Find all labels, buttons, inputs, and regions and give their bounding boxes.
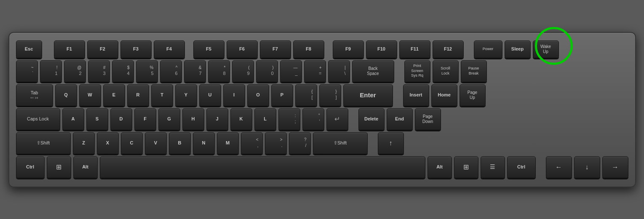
key-semicolon[interactable]: :; — [278, 108, 300, 130]
key-slash[interactable]: ?/ — [289, 132, 311, 154]
key-b[interactable]: B — [169, 132, 191, 154]
key-shift-right[interactable]: ⇧Shift — [313, 132, 368, 154]
key-f3[interactable]: F3 — [120, 40, 152, 58]
key-tab[interactable]: Tab ↤ ↦ — [16, 84, 53, 106]
key-f5[interactable]: F5 — [193, 40, 224, 58]
key-win-left[interactable]: ⊞ — [47, 156, 71, 178]
key-4[interactable]: $4 — [112, 60, 134, 82]
key-7[interactable]: &7 — [184, 60, 206, 82]
key-enter-arrow: ↵ — [326, 108, 348, 130]
key-arrow-down[interactable]: ↓ — [574, 156, 600, 178]
key-f7[interactable]: F7 — [260, 40, 291, 58]
key-w[interactable]: W — [79, 84, 101, 106]
key-e[interactable]: E — [103, 84, 125, 106]
key-wake[interactable]: WakeUp — [533, 40, 559, 58]
key-menu[interactable]: ☰ — [481, 156, 505, 178]
key-0[interactable]: )0 — [256, 60, 278, 82]
key-period[interactable]: >. — [265, 132, 287, 154]
key-u[interactable]: U — [199, 84, 221, 106]
key-shift-left[interactable]: ⇧Shift — [16, 132, 71, 154]
key-g[interactable]: G — [158, 108, 180, 130]
key-home[interactable]: Home — [431, 84, 457, 106]
key-v[interactable]: V — [145, 132, 167, 154]
key-f6[interactable]: F6 — [227, 40, 258, 58]
key-print-screen[interactable]: PrintScreenSys Rq — [404, 60, 430, 82]
key-quote[interactable]: "' — [302, 108, 324, 130]
key-ctrl-right[interactable]: Ctrl — [507, 156, 536, 178]
key-esc[interactable]: Esc — [16, 40, 42, 58]
key-comma[interactable]: <, — [241, 132, 263, 154]
key-page-up[interactable]: PageUp — [460, 84, 486, 106]
key-2[interactable]: @2 — [64, 60, 86, 82]
key-f4[interactable]: F4 — [154, 40, 185, 58]
key-m[interactable]: M — [217, 132, 239, 154]
key-o[interactable]: O — [247, 84, 269, 106]
key-enter[interactable]: Enter — [343, 84, 393, 106]
key-t[interactable]: T — [151, 84, 173, 106]
key-k[interactable]: K — [230, 108, 252, 130]
key-backspace[interactable]: BackSpace — [352, 60, 394, 82]
key-sleep[interactable]: Sleep — [505, 40, 531, 58]
key-page-down[interactable]: PageDown — [415, 108, 441, 130]
key-i[interactable]: I — [223, 84, 245, 106]
key-alt-right[interactable]: Alt — [428, 156, 452, 178]
key-scroll-lock[interactable]: ScrollLock — [433, 60, 459, 82]
key-6[interactable]: ^6 — [160, 60, 182, 82]
key-f9[interactable]: F9 — [333, 40, 364, 58]
key-8[interactable]: *8 — [208, 60, 230, 82]
key-x[interactable]: X — [97, 132, 119, 154]
key-power[interactable]: Power — [474, 40, 502, 58]
key-s[interactable]: S — [86, 108, 108, 130]
key-5[interactable]: %5 — [136, 60, 158, 82]
key-c[interactable]: C — [121, 132, 143, 154]
asdf-row: Caps Lock A S D F G H J K L :; "' ↵ Dele… — [16, 108, 628, 130]
key-arrow-left[interactable]: ← — [546, 156, 572, 178]
key-alt-left[interactable]: Alt — [73, 156, 98, 178]
key-arrow-right[interactable]: → — [602, 156, 628, 178]
keyboard: Esc F1 F2 F3 F4 F5 F6 F7 F8 F9 F10 F11 F… — [8, 32, 636, 187]
key-ctrl-left[interactable]: Ctrl — [16, 156, 45, 178]
key-arrow-up[interactable]: ↑ — [378, 132, 404, 154]
key-win-right[interactable]: ⊞ — [454, 156, 478, 178]
key-backtick[interactable]: ~` — [16, 60, 38, 82]
key-l[interactable]: L — [254, 108, 276, 130]
key-q[interactable]: Q — [55, 84, 77, 106]
key-delete[interactable]: Delete — [358, 108, 385, 130]
key-insert[interactable]: Insert — [403, 84, 429, 106]
key-n[interactable]: N — [193, 132, 215, 154]
key-f[interactable]: F — [134, 108, 156, 130]
shift-row: ⇧Shift Z X C V B N M <, >. ?/ ⇧Shift ↑ — [16, 132, 628, 154]
key-minus[interactable]: —_ — [280, 60, 302, 82]
function-row: Esc F1 F2 F3 F4 F5 F6 F7 F8 F9 F10 F11 F… — [16, 40, 628, 58]
key-9[interactable]: (9 — [232, 60, 254, 82]
key-r[interactable]: R — [127, 84, 149, 106]
key-open-bracket[interactable]: {[ — [295, 84, 317, 106]
key-a[interactable]: A — [62, 108, 84, 130]
bottom-row: Ctrl ⊞ Alt Alt ⊞ ☰ Ctrl ← ↓ → — [16, 156, 628, 178]
key-space[interactable] — [100, 156, 425, 178]
key-f2[interactable]: F2 — [87, 40, 118, 58]
key-end[interactable]: End — [387, 108, 413, 130]
key-y[interactable]: Y — [175, 84, 197, 106]
key-close-bracket[interactable]: }] — [319, 84, 341, 106]
key-p[interactable]: P — [271, 84, 293, 106]
key-h[interactable]: H — [182, 108, 204, 130]
key-1[interactable]: !1 — [40, 60, 62, 82]
key-f12[interactable]: F12 — [433, 40, 464, 58]
key-z[interactable]: Z — [73, 132, 95, 154]
key-backslash[interactable]: |\ — [328, 60, 350, 82]
key-equals[interactable]: += — [304, 60, 326, 82]
key-f10[interactable]: F10 — [366, 40, 397, 58]
qwerty-row: Tab ↤ ↦ Q W E R T Y U I O P {[ }] Enter … — [16, 84, 628, 106]
key-f8[interactable]: F8 — [293, 40, 324, 58]
key-f11[interactable]: F11 — [399, 40, 430, 58]
number-row: ~` !1 @2 #3 $4 %5 ^6 &7 *8 (9 )0 — [16, 60, 628, 82]
key-f1[interactable]: F1 — [54, 40, 85, 58]
key-pause[interactable]: PauseBreak — [461, 60, 487, 82]
key-caps-lock[interactable]: Caps Lock — [16, 108, 60, 130]
key-3[interactable]: #3 — [88, 60, 110, 82]
key-j[interactable]: J — [206, 108, 228, 130]
key-d[interactable]: D — [110, 108, 132, 130]
